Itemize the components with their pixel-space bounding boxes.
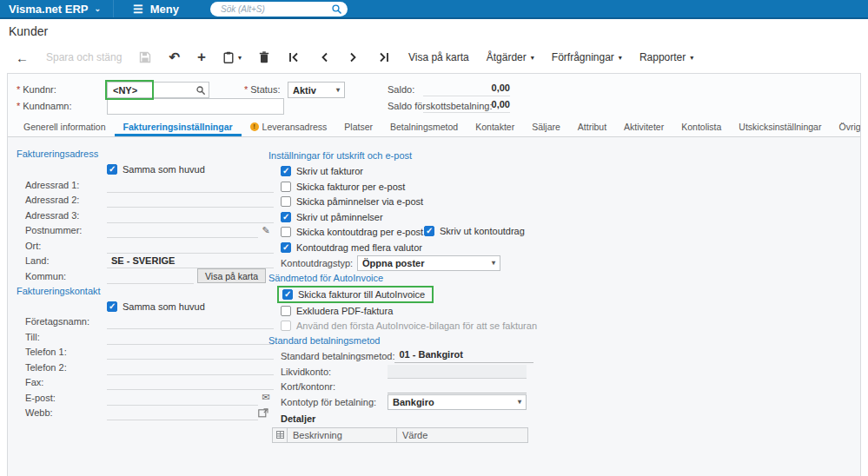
table-settings-icon[interactable] bbox=[273, 428, 288, 442]
skriv-ut-paminnelser-row[interactable]: Skriv ut påminnelser bbox=[268, 209, 540, 225]
show-on-map-inline-button[interactable]: Visa på karta bbox=[197, 268, 266, 283]
tab-aktiviteter[interactable]: Aktiviteter bbox=[615, 122, 673, 136]
lookup-magnifier-icon[interactable] bbox=[196, 86, 205, 95]
tab-betalningsmetod[interactable]: Betalningsmetod bbox=[381, 122, 467, 136]
delete-button[interactable] bbox=[250, 46, 278, 69]
previous-record-button[interactable] bbox=[309, 46, 339, 69]
first-record-button[interactable] bbox=[278, 46, 309, 69]
status-select[interactable]: Aktiv ▾ bbox=[288, 82, 345, 98]
likvidkonto-input[interactable] bbox=[388, 365, 527, 379]
kort-kontonr-input[interactable] bbox=[388, 380, 527, 393]
adressrad1-input[interactable] bbox=[107, 180, 274, 193]
skriv-ut-kontoutdrag-label: Skriv ut kontoutdrag bbox=[440, 226, 525, 236]
contact-same-as-main-row[interactable]: Samma som huvud bbox=[17, 299, 274, 314]
copy-paste-button[interactable]: ▾ bbox=[215, 46, 250, 69]
kort-kontonr-row: Kort/kontonr: bbox=[268, 380, 540, 395]
till-input[interactable] bbox=[107, 332, 274, 345]
postnummer-input[interactable] bbox=[107, 225, 258, 238]
caret-down-icon: ▾ bbox=[619, 54, 622, 62]
kundnr-field[interactable] bbox=[107, 82, 209, 98]
fax-label: Fax: bbox=[17, 377, 107, 387]
column-header-beskrivning[interactable]: Beskrivning bbox=[288, 428, 397, 442]
fax-input[interactable] bbox=[107, 377, 274, 390]
exkludera-pdf-checkbox[interactable] bbox=[281, 306, 291, 316]
epost-row: E-post: ✉ bbox=[17, 390, 274, 406]
skicka-fakturor-epost-row[interactable]: Skicka fakturor per e-post bbox=[268, 179, 540, 195]
reports-label: Rapporter bbox=[639, 51, 686, 63]
kommun-input[interactable] bbox=[107, 271, 194, 284]
tab-kontolista[interactable]: Kontolista bbox=[673, 122, 730, 136]
kontoutdragstyp-value: Öppna poster bbox=[362, 258, 425, 268]
detaljer-table: Beskrivning Värde bbox=[272, 427, 528, 443]
tab-saljare[interactable]: Säljare bbox=[523, 122, 569, 136]
search-input[interactable] bbox=[219, 3, 327, 15]
kontoutdragstyp-select[interactable]: Öppna poster ▾ bbox=[357, 255, 500, 271]
last-record-button[interactable] bbox=[368, 46, 400, 69]
skriv-ut-kontoutdrag-checkbox[interactable] bbox=[424, 226, 434, 236]
kundnamn-input[interactable] bbox=[111, 101, 280, 113]
kontotyp-value: Bankgiro bbox=[393, 397, 434, 407]
same-as-main-row[interactable]: Samma som huvud bbox=[17, 162, 274, 178]
tab-platser[interactable]: Platser bbox=[335, 122, 381, 136]
kontotyp-select[interactable]: Bankgiro ▾ bbox=[388, 394, 527, 410]
save-button[interactable] bbox=[130, 46, 160, 69]
kundnamn-field[interactable] bbox=[107, 98, 284, 115]
save-and-close-button[interactable]: Spara och stäng bbox=[37, 46, 130, 69]
foretagsnamn-input[interactable] bbox=[107, 316, 274, 329]
skicka-till-autoinvoice-checkbox[interactable] bbox=[282, 289, 293, 300]
telefon1-input[interactable] bbox=[107, 347, 274, 360]
show-on-map-button[interactable]: Visa på karta bbox=[400, 46, 478, 69]
caret-down-icon: ▾ bbox=[690, 54, 693, 62]
back-button[interactable]: ← bbox=[7, 46, 37, 69]
exkludera-pdf-label: Exkludera PDF-faktura bbox=[296, 306, 393, 316]
tab-utskicksinstallningar[interactable]: Utskicksinställningar bbox=[730, 122, 830, 136]
tab-ovriga-fakturainstallningar[interactable]: Övriga fakturainställningar bbox=[830, 122, 860, 136]
standard-betalningsmetod-input[interactable]: 01 - Bankgirot bbox=[394, 349, 533, 363]
actions-menu-button[interactable]: Åtgärder ▾ bbox=[478, 46, 543, 69]
telefon2-input[interactable] bbox=[107, 362, 274, 375]
column-header-varde[interactable]: Värde bbox=[397, 428, 527, 442]
tab-faktureringsinstallningar[interactable]: Faktureringsinställningar bbox=[115, 122, 242, 136]
actions-label: Åtgärder bbox=[487, 51, 527, 63]
kontoutdrag-flera-valutor-checkbox[interactable] bbox=[281, 242, 291, 253]
tab-leveransadress[interactable]: ! Leveransadress bbox=[242, 122, 336, 136]
add-new-button[interactable]: + bbox=[189, 46, 215, 69]
search-icon[interactable] bbox=[332, 4, 341, 14]
skicka-fakturor-epost-checkbox[interactable] bbox=[281, 182, 291, 192]
skicka-paminnelser-epost-row[interactable]: Skicka påminnelser via e-post bbox=[268, 195, 540, 210]
caret-down-icon: ▾ bbox=[492, 259, 495, 267]
skicka-kontoutdrag-epost-label: Skicka kontoutdrag per e-post bbox=[296, 227, 423, 237]
undo-button[interactable]: ↶ bbox=[160, 46, 189, 69]
tab-generell-information[interactable]: Generell information bbox=[15, 122, 115, 136]
land-input[interactable]: SE - SVERIGE bbox=[107, 255, 274, 268]
skriv-ut-fakturor-row[interactable]: Skriv ut fakturor bbox=[268, 164, 540, 180]
billing-address-column: Faktureringsadress Samma som huvud Adres… bbox=[17, 147, 274, 420]
tab-kontakter[interactable]: Kontakter bbox=[467, 122, 523, 136]
adressrad3-input[interactable] bbox=[107, 210, 274, 223]
menu-button[interactable]: ☰ Meny bbox=[113, 0, 198, 17]
skicka-kontoutdrag-epost-checkbox[interactable] bbox=[281, 227, 291, 237]
webb-input[interactable] bbox=[107, 407, 258, 420]
inquiries-menu-button[interactable]: Förfrågningar ▾ bbox=[543, 46, 631, 69]
epost-input[interactable] bbox=[107, 393, 258, 406]
back-arrow-icon: ← bbox=[16, 50, 29, 65]
skriv-ut-fakturor-checkbox[interactable] bbox=[281, 166, 291, 176]
ort-input[interactable] bbox=[107, 241, 274, 254]
exkludera-pdf-row[interactable]: Exkludera PDF-faktura bbox=[268, 303, 540, 319]
global-search[interactable] bbox=[210, 2, 348, 17]
next-record-button[interactable] bbox=[339, 46, 368, 69]
kontoutdrag-flera-valutor-row[interactable]: Kontoutdrag med flera valutor bbox=[268, 240, 540, 255]
tab-attribut[interactable]: Attribut bbox=[569, 122, 615, 136]
same-as-main-checkbox[interactable] bbox=[107, 164, 117, 175]
skicka-paminnelser-epost-checkbox[interactable] bbox=[281, 196, 291, 207]
skicka-till-autoinvoice-label: Skicka fakturor till AutoInvoice bbox=[298, 289, 425, 300]
adressrad2-input[interactable] bbox=[107, 195, 274, 208]
autoinvoice-highlight-box[interactable]: Skicka fakturor till AutoInvoice bbox=[277, 286, 434, 303]
skriv-ut-paminnelser-checkbox[interactable] bbox=[281, 212, 291, 222]
reports-menu-button[interactable]: Rapporter ▾ bbox=[631, 46, 702, 69]
skriv-ut-kontoutdrag-row[interactable]: Skriv ut kontoutdrag bbox=[424, 223, 525, 239]
app-switcher[interactable]: Visma.net ERP ⌄ bbox=[0, 3, 113, 16]
kundnr-input[interactable] bbox=[111, 84, 196, 96]
adressrad1-label: Adressrad 1: bbox=[17, 180, 107, 190]
contact-same-as-main-checkbox[interactable] bbox=[107, 301, 117, 312]
